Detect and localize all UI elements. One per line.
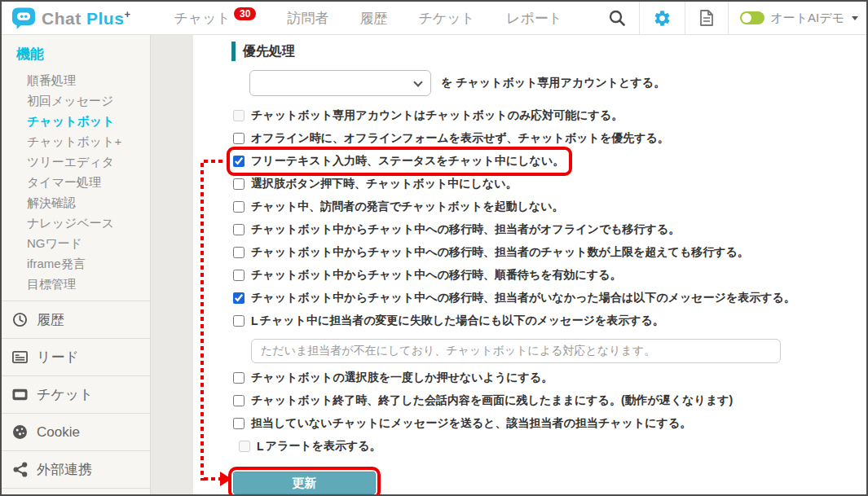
main-panel: 優先処理 を チャットボット専用アカウントとする。 チャットボット専用アカウント…	[193, 35, 866, 496]
sidebar-gutter	[151, 35, 193, 496]
checkbox[interactable]	[233, 372, 245, 384]
fallback-message-input[interactable]	[251, 339, 781, 363]
checkbox-label: チャットボット中からチャット中への移行時、順番待ちを有効にする。	[251, 268, 622, 283]
sidebar-section[interactable]: 外部連携	[2, 451, 150, 489]
sidebar-section-label: リード	[37, 348, 79, 367]
checkbox-label: チャットボット中からチャット中への移行時、担当者のチャット数が上限を超えても移行…	[251, 245, 749, 260]
checkbox-row: L チャット中に担当者の変更に失敗した場合にも以下のメッセージを表示する。	[233, 309, 664, 332]
top-nav: Chat Plus+ チャット 30 訪問者 履歴 チケット レポート	[2, 2, 866, 35]
checkbox-row: チャットボット中からチャット中への移行時、担当者がいなかった場合は以下のメッセー…	[233, 287, 795, 309]
checkbox[interactable]	[233, 395, 245, 406]
sidebar-section-label: Cookie	[37, 424, 80, 441]
nav-item[interactable]: 訪問者	[287, 9, 328, 28]
sidebar-item[interactable]: チャットボット+	[2, 131, 150, 151]
nav-item-label: チケット	[418, 9, 475, 28]
chevron-down-icon	[413, 77, 422, 86]
chatbot-account-select[interactable]	[249, 70, 431, 96]
select-suffix-label: を チャットボット専用アカウントとする。	[441, 76, 665, 90]
logo-wordmark: Chat Plus+	[42, 8, 130, 29]
nav-item-label: 履歴	[359, 9, 387, 28]
history-icon	[12, 312, 28, 327]
sidebar-item[interactable]: 初回メッセージ	[2, 90, 150, 111]
checkbox-list: チャットボット専用アカウントはチャットボットのみ応対可能にする。 オフライン時に…	[233, 104, 866, 458]
sidebar-section[interactable]: AI連携	[2, 489, 150, 496]
document-icon	[698, 9, 715, 27]
sidebar-section-label: 外部連携	[37, 460, 92, 479]
sidebar-section[interactable]: Cookie	[2, 414, 150, 451]
account-menu[interactable]: オートAIデモ	[728, 2, 866, 34]
app-window: Chat Plus+ チャット 30 訪問者 履歴 チケット レポート	[0, 0, 868, 496]
settings-button[interactable]	[639, 2, 685, 34]
checkbox-row: チャットボット専用アカウントはチャットボットのみ応対可能にする。	[233, 104, 623, 127]
nav-item[interactable]: 履歴	[359, 9, 387, 28]
status-toggle[interactable]	[740, 11, 764, 24]
sidebar-item[interactable]: iframe発言	[2, 253, 150, 274]
share-icon	[12, 462, 28, 477]
indent-mark: L	[257, 440, 264, 453]
checkbox[interactable]	[233, 315, 245, 327]
checkbox-row: 選択肢ボタン押下時、チャットボット中にしない。	[233, 173, 518, 195]
sidebar-section[interactable]: チケット	[2, 376, 150, 414]
cookie-icon	[12, 424, 28, 440]
sidebar-item[interactable]: 目標管理	[2, 274, 150, 294]
indent-mark: L	[251, 314, 258, 327]
nav-item[interactable]: チャット 30	[174, 9, 256, 28]
sidebar-section-label: チケット	[37, 385, 94, 404]
sidebar-section[interactable]: リード	[2, 339, 150, 376]
checkbox[interactable]	[233, 110, 245, 121]
sidebar-sections: 履歴 リード チケット Cookie 外部連携 AI連携	[2, 301, 150, 496]
sidebar: 機能 順番処理 初回メッセージ チャットボット チャットボット+ ツリーエディタ…	[2, 35, 151, 496]
checkbox[interactable]	[233, 247, 245, 258]
unread-count-badge: 30	[234, 7, 256, 20]
sidebar-item[interactable]: ナレッジベース	[2, 213, 150, 233]
sidebar-section-label: 履歴	[37, 310, 64, 329]
page-title: 優先処理	[231, 42, 295, 61]
sidebar-item[interactable]: 解決確認	[2, 192, 150, 213]
checkbox-label: 選択肢ボタン押下時、チャットボット中にしない。	[251, 177, 518, 191]
checkbox-label: チャット中に担当者の変更に失敗した場合にも以下のメッセージを表示する。	[260, 314, 664, 328]
sidebar-header: 機能	[2, 35, 150, 68]
checkbox[interactable]	[233, 156, 245, 167]
checkbox[interactable]	[239, 441, 250, 452]
document-button[interactable]	[685, 2, 728, 34]
checkbox[interactable]	[233, 224, 245, 235]
search-icon	[608, 9, 626, 27]
checkbox-row: フリーテキスト入力時、ステータスをチャット中にしない。	[233, 150, 564, 173]
checkbox[interactable]	[233, 292, 245, 304]
update-button[interactable]: 更新	[233, 472, 376, 494]
chatplus-logo[interactable]: Chat Plus+	[2, 2, 139, 34]
sidebar-item[interactable]: タイマー処理	[2, 172, 150, 192]
checkbox-row: オフライン時に、オフラインフォームを表示せず、チャットボットを優先する。	[233, 127, 669, 150]
checkbox-row: チャットボット終了時、終了した会話内容を画面に残したままにする。(動作が遅くなり…	[233, 389, 733, 412]
checkbox[interactable]	[233, 418, 245, 429]
account-name: オートAIデモ	[770, 11, 844, 26]
nav-right-tools: オートAIデモ	[595, 2, 866, 34]
checkbox[interactable]	[233, 201, 245, 213]
sidebar-item[interactable]: NGワード	[2, 233, 150, 253]
checkbox[interactable]	[233, 178, 245, 190]
lead-icon	[12, 349, 28, 365]
search-button[interactable]	[595, 2, 639, 34]
checkbox-row: L アラートを表示する。	[239, 435, 381, 458]
sidebar-item[interactable]: 順番処理	[2, 70, 150, 90]
checkbox-row: チャットボット中からチャット中への移行時、担当者のチャット数が上限を超えても移行…	[233, 241, 749, 264]
checkbox-label: フリーテキスト入力時、ステータスをチャット中にしない。	[251, 154, 564, 169]
checkbox-label: 担当していないチャットにメッセージを送ると、該当担当者の担当チャットにする。	[251, 416, 691, 431]
gear-icon	[653, 9, 672, 28]
nav-item-label: チャット	[174, 9, 231, 28]
checkbox-row: チャットボットの選択肢を一度しか押せないようにする。	[233, 367, 553, 389]
nav-item-label: レポート	[506, 9, 562, 28]
nav-menu: チャット 30 訪問者 履歴 チケット レポート	[158, 2, 578, 34]
checkbox-label: チャットボット中からチャット中への移行時、担当者がオフラインでも移行する。	[251, 222, 680, 237]
nav-item[interactable]: チケット	[418, 9, 475, 28]
checkbox-label: チャットボットの選択肢を一度しか押せないようにする。	[251, 371, 553, 385]
checkbox-label: チャット中、訪問者の発言でチャットボットを起動しない。	[251, 200, 564, 214]
update-button-highlight: 更新	[233, 472, 376, 494]
content-area: 機能 順番処理 初回メッセージ チャットボット チャットボット+ ツリーエディタ…	[2, 35, 866, 496]
nav-item[interactable]: レポート	[506, 9, 562, 28]
checkbox[interactable]	[233, 133, 245, 144]
checkbox[interactable]	[233, 270, 245, 281]
sidebar-item[interactable]: チャットボット	[2, 111, 150, 131]
sidebar-item[interactable]: ツリーエディタ	[2, 151, 150, 172]
sidebar-section[interactable]: 履歴	[2, 301, 150, 339]
